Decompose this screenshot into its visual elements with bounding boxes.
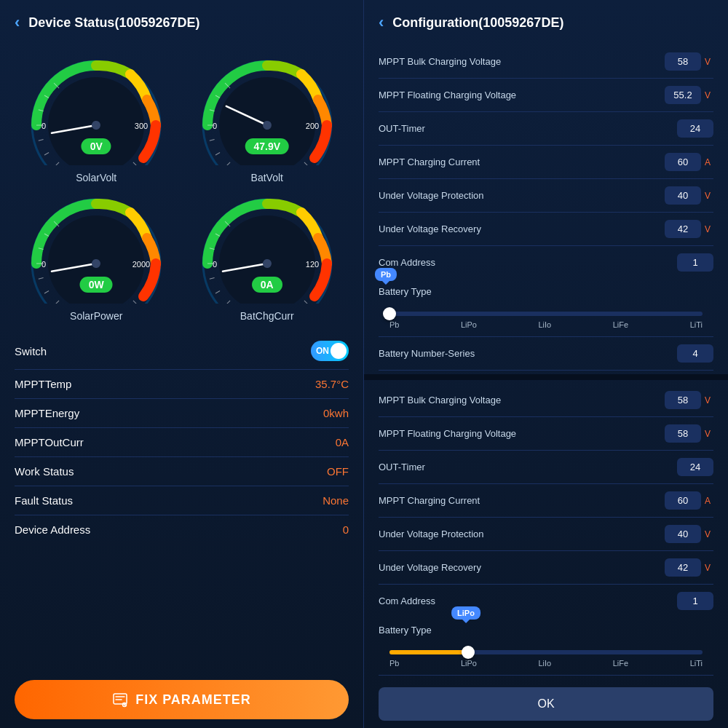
s1-row-1-value[interactable]: 55.2 bbox=[665, 86, 701, 104]
svg-line-2 bbox=[133, 162, 138, 165]
mppt-temp-value: 35.7°C bbox=[315, 378, 349, 390]
mppt-temp-label: MPPTTemp bbox=[15, 378, 71, 390]
s2-row-0-unit: V bbox=[705, 395, 713, 405]
s1-row-6-value[interactable]: 1 bbox=[677, 253, 713, 272]
s1-row-4: Under Voltage Protection 40 V bbox=[379, 179, 713, 213]
s2-battery-slider[interactable]: LiPo Pb LiPo LiIo LiFe LiTi bbox=[386, 650, 706, 668]
section2-rows: MPPT Bulk Charging Voltage 58 V MPPT Flo… bbox=[379, 384, 713, 617]
s1-battery-number-value-wrap: 4 bbox=[677, 344, 713, 363]
s1-row-6-label: Com Address bbox=[379, 257, 677, 268]
solar-power-value: 0W bbox=[80, 277, 113, 293]
s2-row-5-value[interactable]: 42 bbox=[665, 558, 701, 577]
solar-power-wrapper: 0 2000 0W bbox=[23, 191, 169, 307]
s1-row-0-value[interactable]: 58 bbox=[665, 52, 701, 71]
svg-line-66 bbox=[215, 291, 220, 294]
fix-param-icon bbox=[112, 692, 128, 708]
svg-text:0: 0 bbox=[213, 122, 217, 130]
gauges-grid: 0 300 0V SolarVolt bbox=[0, 45, 363, 329]
s1-row-1-label: MPPT Floating Charging Voltage bbox=[379, 90, 665, 100]
s1-battery-slider[interactable]: Pb Pb LiPo LiIo LiFe LiTi bbox=[386, 312, 706, 329]
fault-status-label: Fault Status bbox=[15, 494, 73, 507]
s2-battery-type-section: Battery Type LiPo Pb LiPo LiIo LiFe LiTi bbox=[379, 617, 713, 676]
s2-row-3: MPPT Charging Current 60 A bbox=[379, 484, 713, 518]
svg-text:0: 0 bbox=[41, 122, 46, 130]
mppt-out-curr-label: MPPTOutCurr bbox=[15, 436, 84, 448]
svg-line-28 bbox=[215, 153, 220, 156]
mppt-energy-row: MPPTEnergy 0kwh bbox=[15, 399, 349, 428]
s2-slider-thumb[interactable] bbox=[462, 646, 475, 659]
solar-power-gauge: 0 2000 0W SolarPower bbox=[15, 191, 178, 322]
s1-battery-number-label: Battery Number-Series bbox=[379, 348, 677, 359]
switch-toggle[interactable]: ON bbox=[311, 341, 349, 361]
ok-button[interactable]: OK bbox=[379, 687, 713, 721]
left-header: ‹ Device Status(10059267DE) bbox=[0, 0, 363, 45]
svg-line-40 bbox=[133, 301, 138, 304]
solar-volt-value: 0V bbox=[82, 138, 111, 154]
s1-row-4-value-wrap: 40 V bbox=[665, 186, 713, 205]
s2-row-4-value[interactable]: 40 bbox=[665, 525, 701, 543]
section-divider bbox=[364, 374, 728, 380]
s2-row-2-value[interactable]: 24 bbox=[677, 458, 713, 476]
work-status-row: Work Status OFF bbox=[15, 457, 349, 486]
s2-row-2-label: OUT-Timer bbox=[379, 462, 677, 472]
bat-volt-gauge: 0 200 47.9V BatVolt bbox=[186, 52, 349, 183]
s2-row-4-unit: V bbox=[705, 529, 713, 539]
s2-row-4-value-wrap: 40 V bbox=[665, 525, 713, 543]
s2-row-6-value-wrap: 1 bbox=[677, 592, 713, 610]
s2-row-6-label: Com Address bbox=[379, 596, 677, 606]
s1-battery-number-row: Battery Number-Series 4 bbox=[379, 337, 713, 371]
s1-row-0-value-wrap: 58 V bbox=[665, 52, 713, 71]
s1-row-5-unit: V bbox=[705, 224, 713, 234]
svg-line-47 bbox=[44, 291, 49, 294]
svg-line-67 bbox=[210, 277, 215, 279]
s1-row-3: MPPT Charging Current 60 A bbox=[379, 146, 713, 179]
svg-line-21 bbox=[304, 162, 309, 165]
s1-row-4-label: Under Voltage Protection bbox=[379, 190, 665, 201]
s1-row-3-value[interactable]: 60 bbox=[665, 153, 701, 171]
s1-row-6-value-wrap: 1 bbox=[677, 253, 713, 272]
switch-label: Switch bbox=[15, 345, 47, 357]
s1-row-4-unit: V bbox=[705, 191, 713, 201]
bat-volt-wrapper: 0 200 47.9V bbox=[194, 52, 340, 169]
svg-text:200: 200 bbox=[306, 122, 319, 130]
svg-line-8 bbox=[54, 162, 59, 165]
s1-row-1-unit: V bbox=[705, 90, 713, 100]
bat-chg-curr-gauge: 0 120 0A BatChgCurr bbox=[186, 191, 349, 322]
s2-row-3-value-wrap: 60 A bbox=[665, 491, 713, 510]
toggle-knob bbox=[331, 343, 347, 359]
s1-row-5: Under Voltage Recovery 42 V bbox=[379, 213, 713, 246]
svg-line-27 bbox=[225, 162, 230, 165]
s2-row-3-value[interactable]: 60 bbox=[665, 491, 701, 510]
right-title: Configuration(10059267DE) bbox=[392, 15, 563, 31]
s2-row-0-label: MPPT Bulk Charging Voltage bbox=[379, 395, 665, 405]
svg-line-65 bbox=[225, 301, 230, 304]
s1-battery-type-label: Battery Type bbox=[379, 286, 713, 297]
s2-row-1-value[interactable]: 58 bbox=[665, 424, 701, 443]
bat-volt-value: 47.9V bbox=[245, 138, 289, 154]
section1-rows: MPPT Bulk Charging Voltage 58 V MPPT Flo… bbox=[379, 45, 713, 279]
s2-row-6-value[interactable]: 1 bbox=[677, 592, 713, 610]
s1-row-4-value[interactable]: 40 bbox=[665, 186, 701, 205]
s2-row-5-unit: V bbox=[705, 563, 713, 573]
s2-row-0-value[interactable]: 58 bbox=[665, 391, 701, 409]
s1-row-0-unit: V bbox=[705, 57, 713, 67]
s1-row-2: OUT-Timer 24 bbox=[379, 112, 713, 146]
s1-row-5-label: Under Voltage Recovery bbox=[379, 223, 665, 234]
fix-param-button[interactable]: FIX PARAMETER bbox=[15, 680, 349, 719]
left-back-button[interactable]: ‹ bbox=[15, 13, 20, 32]
s2-slider-track bbox=[389, 650, 703, 654]
right-header: ‹ Configuration(10059267DE) bbox=[364, 0, 728, 45]
s2-row-2: OUT-Timer 24 bbox=[379, 451, 713, 484]
bat-chg-curr-label: BatChgCurr bbox=[240, 310, 294, 322]
s2-slider-fill bbox=[389, 650, 468, 654]
s1-slider-thumb[interactable] bbox=[383, 307, 396, 320]
svg-line-29 bbox=[210, 139, 215, 141]
s1-row-5-value[interactable]: 42 bbox=[665, 220, 701, 238]
solar-volt-gauge: 0 300 0V SolarVolt bbox=[15, 52, 178, 183]
right-back-button[interactable]: ‹ bbox=[379, 13, 384, 32]
s1-row-2-value[interactable]: 24 bbox=[677, 119, 713, 138]
s1-battery-number-value[interactable]: 4 bbox=[677, 344, 713, 363]
svg-line-48 bbox=[39, 277, 44, 279]
fault-status-row: Fault Status None bbox=[15, 486, 349, 515]
svg-text:2000: 2000 bbox=[132, 260, 150, 269]
